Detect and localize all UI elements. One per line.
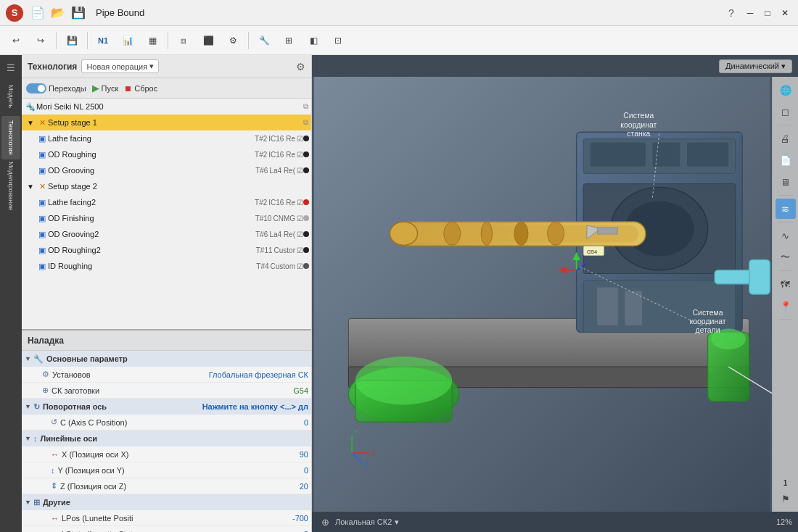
transitions-toggle[interactable]: Переходы bbox=[26, 83, 86, 93]
c-axis-row[interactable]: ↺ C (Axis C Position) 0 bbox=[22, 415, 311, 431]
help-icon[interactable]: ? bbox=[723, 4, 740, 22]
new-operation-button[interactable]: Новая операция ▾ bbox=[81, 59, 159, 73]
vp-cube-icon[interactable]: ◻ bbox=[776, 101, 796, 122]
collapse-setup2-icon[interactable]: ▼ bbox=[25, 180, 36, 192]
linear-axes-section[interactable]: ▼ ↕ Линейные оси bbox=[22, 431, 311, 446]
vp-axis-indicator: ⊕ bbox=[318, 515, 332, 529]
vp-sep-2 bbox=[778, 195, 793, 196]
vp-map2-icon[interactable]: 📍 bbox=[776, 296, 796, 316]
3d-scene[interactable]: G54 X bbox=[312, 77, 772, 512]
grid-icon[interactable]: ▦ bbox=[141, 29, 164, 52]
viewport-topbar: Динамический ▾ bbox=[312, 55, 798, 77]
sk-zagotovki-label: СК заготовки bbox=[52, 386, 293, 395]
lstate-value: 0 bbox=[304, 530, 308, 533]
vp-active-icon[interactable]: ≋ bbox=[776, 199, 796, 219]
vp-wave1-icon[interactable]: ∿ bbox=[776, 225, 796, 246]
y-axis-row[interactable]: ↕ Y (Позиция оси Y) 0 bbox=[22, 462, 311, 478]
viewport-mode-button[interactable]: Динамический ▾ bbox=[719, 59, 792, 73]
od-roughing2-node[interactable]: ▣ OD Roughing2 T#11 Custor ☑ bbox=[22, 242, 311, 258]
sidebar-modeling-tab[interactable]: Моделирование bbox=[1, 161, 20, 212]
chart-icon[interactable]: 📊 bbox=[116, 29, 139, 52]
x-axis-label: X (Позиция оси X) bbox=[62, 450, 300, 459]
od-finishing-tag: T#10 bbox=[255, 215, 272, 223]
od-grooving2-tag: T#6 bbox=[255, 230, 268, 238]
vp-coord-label: Локальная СК2 bbox=[335, 518, 392, 526]
lathe-facing-node[interactable]: ▣ Lathe facing T#2 IC16 Re ☑ bbox=[22, 130, 311, 146]
n1-icon[interactable]: N1 bbox=[91, 29, 115, 52]
z-axis-label: Z (Позиция оси Z) bbox=[60, 482, 300, 491]
id-roughing-node[interactable]: ▣ ID Roughing T#4 Custom ☑ bbox=[22, 258, 311, 274]
ustanovov-row[interactable]: ⚙ Установов Глобальная фрезерная СК bbox=[22, 367, 311, 383]
lpos-row[interactable]: ↔ LPos (Lunette Positi -700 bbox=[22, 510, 311, 526]
undo-icon[interactable]: ↩ bbox=[4, 29, 28, 52]
viewport[interactable]: Динамический ▾ 🌐 ◻ 🖨 📄 🖥 ≋ ∿ 〜 🗺 📍 1 ⚑ bbox=[312, 55, 798, 532]
tool7-icon[interactable]: ◧ bbox=[302, 29, 325, 52]
z-axis-row[interactable]: ⇕ Z (Позиция оси Z) 20 bbox=[22, 478, 311, 494]
view3d-icon[interactable]: ⬛ bbox=[197, 29, 220, 52]
od-roughing2-dot bbox=[303, 247, 309, 253]
sidebar-model-tab[interactable]: Модель bbox=[1, 78, 20, 115]
vp-monitor-icon[interactable]: 🖥 bbox=[776, 172, 796, 192]
x-axis-row[interactable]: ↔ X (Позиция оси X) 90 bbox=[22, 446, 311, 462]
id-roughing-check: ☑ bbox=[297, 262, 303, 270]
other-section[interactable]: ▼ ⊞ Другие bbox=[22, 494, 311, 510]
play-label: Пуск bbox=[102, 84, 119, 93]
lstate-icon: ↔ bbox=[51, 530, 59, 533]
transitions-toggle-dot bbox=[26, 83, 46, 93]
lpos-label: LPos (Lunette Positi bbox=[62, 514, 292, 523]
setup2-node[interactable]: ▼ ✕ Setup stage 2 bbox=[22, 178, 311, 194]
svg-text:Z: Z bbox=[363, 461, 367, 468]
od-roughing2-icon: ▣ bbox=[36, 244, 48, 256]
lstate-label: LState (Lunette Stat bbox=[62, 530, 304, 533]
save-file-icon[interactable]: 💾 bbox=[70, 4, 87, 22]
vp-print2-icon[interactable]: 📄 bbox=[776, 150, 796, 170]
machine-node[interactable]: 🔩 Mori Seiki NL 2500 ⧉ bbox=[22, 99, 311, 115]
settings-icon[interactable]: ⚙ bbox=[221, 29, 244, 52]
play-button[interactable]: ▶ Пуск bbox=[92, 83, 119, 93]
sidebar-menu-icon[interactable]: ☰ bbox=[1, 58, 20, 77]
app-title: Pipe Bound bbox=[96, 7, 144, 18]
od-roughing-node[interactable]: ▣ OD Roughing T#2 IC16 Re ☑ bbox=[22, 146, 311, 162]
close-button[interactable]: ✕ bbox=[778, 6, 792, 20]
lstate-row[interactable]: ↔ LState (Lunette Stat 0 bbox=[22, 526, 311, 532]
tool8-icon[interactable]: ⊡ bbox=[326, 29, 350, 52]
main-params-section[interactable]: ▼ 🔧 Основные параметр bbox=[22, 351, 311, 367]
od-roughing2-check: ☑ bbox=[297, 246, 303, 254]
minimize-button[interactable]: ─ bbox=[743, 6, 757, 20]
redo-icon[interactable]: ↪ bbox=[29, 29, 52, 52]
vp-print1-icon[interactable]: 🖨 bbox=[776, 128, 796, 149]
od-finishing-node[interactable]: ▣ OD Finishing T#10 CNMG ☑ bbox=[22, 210, 311, 226]
vp-map1-icon[interactable]: 🗺 bbox=[776, 274, 796, 294]
reset-button[interactable]: ⏹ Сброс bbox=[124, 84, 157, 93]
vp-globe-icon[interactable]: 🌐 bbox=[776, 80, 796, 100]
od-grooving-node[interactable]: ▣ OD Grooving T#6 La4 Re( ☑ bbox=[22, 162, 311, 178]
svg-point-16 bbox=[444, 222, 461, 245]
sk-zagotovki-row[interactable]: ⊕ СК заготовки G54 bbox=[22, 383, 311, 399]
setup1-label: Setup stage 1 bbox=[48, 118, 300, 127]
c-axis-icon: ↺ bbox=[51, 417, 57, 427]
vp-bottom-left: ⊕ Локальная СК2 ▾ bbox=[318, 515, 399, 529]
vp-dropdown-icon[interactable]: ▾ bbox=[395, 518, 399, 527]
lathe-facing2-node[interactable]: ▣ Lathe facing2 T#2 IC16 Re ☑ bbox=[22, 194, 311, 210]
tool6-icon[interactable]: ⊞ bbox=[277, 29, 300, 52]
vp-flag-icon[interactable]: ⚑ bbox=[776, 489, 796, 509]
maximize-button[interactable]: □ bbox=[760, 6, 775, 20]
collapse-setup1-icon[interactable]: ▼ bbox=[25, 117, 36, 128]
rotary-axis-section[interactable]: ▼ ↻ Поворотная ось Нажмите на кнопку <..… bbox=[22, 399, 311, 415]
layers-icon[interactable]: ⧈ bbox=[172, 29, 195, 52]
other-icon: ⊞ bbox=[33, 498, 40, 507]
od-grooving2-node[interactable]: ▣ OD Grooving2 T#6 La4 Re( ☑ bbox=[22, 226, 311, 242]
sidebar-icons: ☰ Модель Технология Моделирование bbox=[0, 55, 22, 532]
other-arrow: ▼ bbox=[25, 499, 31, 506]
save-toolbar-icon[interactable]: 💾 bbox=[60, 29, 83, 52]
setup1-node[interactable]: ▼ ✕ Setup stage 1 ⧉ bbox=[22, 115, 311, 130]
tool5-icon[interactable]: 🔧 bbox=[252, 29, 276, 52]
svg-text:G54: G54 bbox=[587, 249, 598, 255]
vp-wave2-icon[interactable]: 〜 bbox=[776, 247, 796, 267]
sidebar-tech-tab[interactable]: Технология bbox=[1, 116, 20, 159]
open-file-icon[interactable]: 📂 bbox=[49, 4, 67, 22]
transitions-label: Переходы bbox=[49, 84, 86, 93]
tech-settings-icon[interactable]: ⚙ bbox=[296, 61, 305, 72]
new-file-icon[interactable]: 📄 bbox=[29, 4, 46, 22]
od-grooving2-label: OD Grooving2 bbox=[48, 230, 255, 238]
